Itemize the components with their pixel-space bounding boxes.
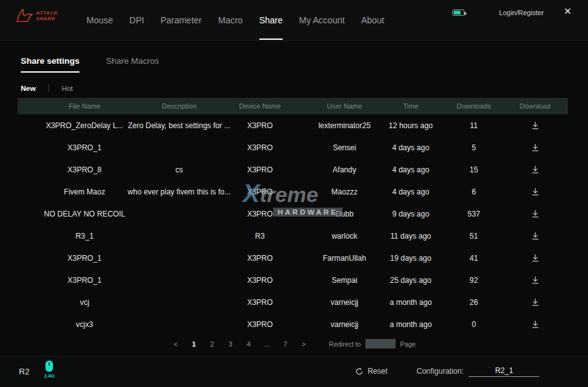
reset-button[interactable]: Reset: [355, 367, 387, 376]
cell-device-name: X3PRO: [207, 247, 313, 269]
download-button[interactable]: [529, 252, 541, 264]
download-button[interactable]: [529, 186, 541, 198]
tab-share-settings[interactable]: Share settings: [21, 56, 79, 73]
cell-file-name: vcj: [18, 291, 151, 313]
tab-share[interactable]: Share: [259, 0, 283, 40]
cell-file-name: NO DELAY NO RECOIL: [18, 203, 151, 225]
connection-indicator: 2.4G: [44, 360, 54, 379]
cell-file-name: vcjx3: [18, 313, 151, 335]
page-label: Page: [400, 340, 416, 348]
tab-parameter[interactable]: Parameter: [160, 0, 201, 40]
download-icon: [531, 209, 540, 218]
download-icon: [531, 231, 540, 241]
cell-device-name: X3PRO: [207, 269, 313, 291]
cell-time: 19 days ago: [376, 247, 445, 269]
prev-page-button[interactable]: <: [172, 340, 179, 348]
table-row: X3PRO_1 X3PRO Sensei 4 days ago 5: [18, 136, 568, 158]
download-icon: [531, 187, 540, 196]
cell-downloads: 5: [445, 136, 502, 158]
cell-file-name: R3_1: [18, 225, 151, 247]
app-window: ATTACK SHARK Mouse DPI Parameter Macro S…: [0, 0, 588, 387]
column-time: Time: [376, 98, 445, 114]
tab-about[interactable]: About: [361, 0, 384, 40]
page-button-3[interactable]: 3: [227, 340, 233, 348]
cell-description: who ever play fivem this is fo...: [151, 181, 207, 203]
sort-tab-new[interactable]: New: [21, 85, 36, 92]
cell-user-name: varneicjj: [313, 291, 376, 313]
cell-time: 11 days ago: [376, 225, 445, 247]
tab-mouse[interactable]: Mouse: [86, 0, 113, 40]
cell-user-name: Dubb: [313, 203, 376, 225]
cell-description: Zero Delay, best settings for ...: [151, 114, 207, 136]
cell-description: [151, 247, 207, 269]
table-row: vcjx3 X3PRO varneicjj a month ago 0: [18, 313, 568, 335]
page-button-2[interactable]: 2: [209, 340, 215, 348]
sort-tab-hot[interactable]: Hot: [62, 85, 73, 92]
brand-logo-text: ATTACK SHARK: [36, 10, 68, 21]
download-button[interactable]: [529, 164, 541, 176]
cell-time: 12 hours ago: [376, 114, 445, 136]
app-header: ATTACK SHARK Mouse DPI Parameter Macro S…: [0, 0, 588, 41]
cell-user-name: Maozzz: [313, 181, 376, 203]
tab-my-account[interactable]: My Account: [299, 0, 344, 40]
table-row: X3PRO_8 cs X3PRO Afandy 4 days ago 15: [18, 158, 568, 181]
table-row: Fivem Maoz who ever play fivem this is f…: [18, 181, 568, 203]
share-sub-tabs: Share settings Share Macros: [21, 56, 159, 73]
download-icon: [531, 165, 540, 174]
redirect-page-input[interactable]: [365, 339, 396, 348]
download-icon: [531, 297, 540, 307]
table-row: NO DELAY NO RECOIL X3PRO Dubb 9 days ago…: [18, 203, 568, 225]
close-icon[interactable]: ✕: [563, 6, 572, 16]
download-button[interactable]: [529, 230, 541, 242]
column-description: Description: [151, 98, 207, 114]
tab-macro[interactable]: Macro: [218, 0, 243, 40]
cell-device-name: X3PRO: [207, 136, 313, 158]
cell-downloads: 92: [445, 269, 502, 291]
table-row: vcj X3PRO varneicjj a month ago 26: [18, 291, 568, 313]
reset-icon: [355, 367, 363, 376]
footer-bar: R2 2.4G Reset Configuration: R2_1: [0, 356, 588, 387]
cell-device-name: X3PRO: [207, 114, 313, 136]
table-row: X3PRO_1 X3PRO FarmanUllah 19 days ago 41: [18, 247, 568, 269]
cell-downloads: 6: [445, 181, 502, 203]
cell-user-name: Afandy: [313, 158, 376, 181]
cell-description: [151, 136, 207, 158]
cell-description: [151, 203, 207, 225]
download-icon: [531, 253, 540, 263]
login-register-link[interactable]: Login/Register: [499, 9, 544, 16]
connection-label: 2.4G: [44, 373, 54, 379]
download-button[interactable]: [529, 208, 541, 220]
next-page-button[interactable]: >: [300, 340, 307, 348]
download-button[interactable]: [529, 274, 541, 286]
column-downloads: Downloads: [445, 98, 502, 114]
cell-file-name: X3PRO_1: [18, 247, 151, 269]
sort-tabs: New Hot: [21, 84, 73, 92]
page-button-1[interactable]: 1: [191, 340, 197, 348]
download-button[interactable]: [529, 141, 541, 153]
download-button[interactable]: [529, 296, 541, 308]
cell-user-name: varneicjj: [313, 313, 376, 335]
page-button-7[interactable]: 7: [282, 340, 288, 348]
download-icon: [531, 319, 540, 329]
cell-user-name: lexterminator25: [313, 114, 376, 136]
battery-fill: [454, 11, 461, 15]
cell-time: 4 days ago: [376, 181, 445, 203]
download-icon: [531, 121, 540, 130]
cell-downloads: 11: [445, 114, 502, 136]
cell-time: a month ago: [376, 313, 445, 335]
download-button[interactable]: [529, 119, 541, 131]
configuration-value[interactable]: R2_1: [469, 366, 539, 377]
cell-downloads: 51: [445, 225, 502, 247]
download-button[interactable]: [529, 318, 541, 330]
tab-dpi[interactable]: DPI: [129, 0, 144, 40]
tab-share-macros[interactable]: Share Macros: [106, 56, 159, 73]
cell-user-name: Sempai: [313, 269, 376, 291]
page-button-4[interactable]: 4: [245, 340, 252, 348]
mouse-icon: [45, 360, 53, 372]
cell-device-name: X3PRO: [207, 291, 313, 313]
cell-device-name: X3PRO: [207, 203, 313, 225]
share-settings-table: File Name Description Device Name User N…: [18, 98, 568, 335]
cell-downloads: 0: [445, 313, 502, 335]
cell-device-name: X3PRO: [207, 181, 313, 203]
download-icon: [531, 143, 540, 152]
